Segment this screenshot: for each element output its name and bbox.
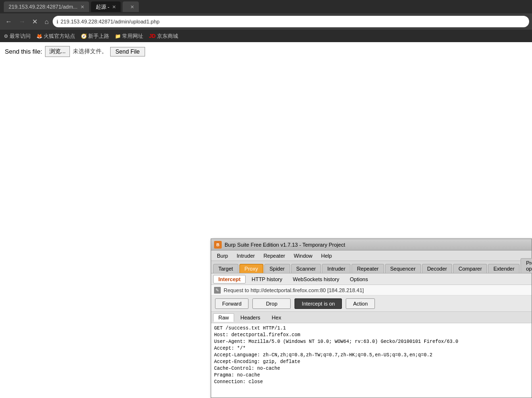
tab-comparer[interactable]: Comparer	[453, 264, 487, 273]
pencil-icon: ✎	[214, 287, 221, 294]
browser-tab-3[interactable]: ✕	[123, 1, 139, 12]
bookmark-label-1: 最常访问	[10, 33, 31, 40]
menu-intruder[interactable]: Intruder	[233, 252, 259, 260]
tab-decoder[interactable]: Decoder	[422, 264, 453, 273]
tab-project-options[interactable]: Project options	[521, 258, 532, 273]
folder-icon: 📁	[115, 34, 121, 39]
bookmark-label-3: 新手上路	[88, 33, 109, 40]
http-content: GET /success.txt HTTP/1.1 Host: detectpo…	[211, 323, 532, 398]
page-content: Send this file: 浏览... 未选择文件。 Send File	[0, 42, 532, 241]
burp-menubar: Burp Intruder Repeater Window Help	[211, 250, 532, 261]
drop-button[interactable]: Drop	[252, 298, 291, 309]
tab-scanner[interactable]: Scanner	[291, 264, 321, 273]
request-info-bar: ✎ Request to http://detectportal.firefox…	[211, 285, 532, 296]
jd-icon: JD	[149, 33, 156, 39]
bookmark-common-sites[interactable]: 📁 常用网址	[115, 33, 143, 40]
menu-repeater[interactable]: Repeater	[260, 252, 289, 260]
address-bar[interactable]: ℹ 219.153.49.228:42871/admin/upload1.php	[53, 16, 529, 27]
compass-icon: 🧭	[81, 34, 87, 39]
bookmark-label-4: 常用网址	[122, 33, 143, 40]
home-button[interactable]: ⌂	[42, 17, 51, 26]
content-tabs: Raw Headers Hex	[211, 312, 532, 323]
tab-target[interactable]: Target	[213, 264, 238, 273]
tab-proxy[interactable]: Proxy	[239, 264, 263, 273]
tab-close-3[interactable]: ✕	[130, 4, 134, 10]
burp-suite-window: B Burp Suite Free Edition v1.7.13 - Temp…	[211, 239, 532, 398]
forward-button[interactable]: →	[16, 17, 28, 26]
bookmark-firefox-official[interactable]: 🦊 火狐官方站点	[36, 33, 75, 40]
bookmark-getting-started[interactable]: 🧭 新手上路	[81, 33, 109, 40]
burp-title: Burp Suite Free Edition v1.7.13 - Tempor…	[225, 242, 345, 248]
browser-titlebar: 219.153.49.228:42871/adm... ✕ 起源 - ✕ ✕	[0, 0, 532, 13]
tab-close-1[interactable]: ✕	[80, 4, 84, 10]
forward-button[interactable]: Forward	[215, 298, 249, 309]
request-url: Request to http://detectportal.firefox.c…	[224, 287, 364, 293]
firefox-icon: 🦊	[36, 34, 42, 39]
browser-tab-2[interactable]: 起源 - ✕	[91, 1, 121, 12]
browse-button[interactable]: 浏览...	[45, 46, 70, 57]
intercept-on-button[interactable]: Intercept is on	[294, 298, 342, 309]
send-file-label: Send this file:	[5, 48, 42, 55]
tab-extender[interactable]: Extender	[488, 264, 520, 273]
action-button[interactable]: Action	[346, 298, 375, 309]
menu-window[interactable]: Window	[290, 252, 316, 260]
burp-main-tabs: Target Proxy Spider Scanner Intruder Rep…	[211, 261, 532, 273]
tab-close-2[interactable]: ✕	[112, 4, 116, 10]
action-buttons-row: Forward Drop Intercept is on Action	[211, 296, 532, 312]
subtab-http-history[interactable]: HTTP history	[247, 275, 287, 283]
content-tab-hex[interactable]: Hex	[267, 313, 287, 322]
tab-intruder[interactable]: Intruder	[322, 264, 351, 273]
tab-repeater[interactable]: Repeater	[351, 264, 384, 273]
content-tab-raw[interactable]: Raw	[213, 313, 234, 322]
send-file-button[interactable]: Send File	[110, 47, 145, 57]
content-tab-headers[interactable]: Headers	[235, 313, 266, 322]
subtab-websockets-history[interactable]: WebSockets history	[288, 275, 344, 283]
tab-spider[interactable]: Spider	[264, 264, 290, 273]
tab-label-2: 起源 -	[96, 3, 110, 11]
tab-label-1: 219.153.49.228:42871/adm...	[9, 4, 78, 10]
lock-icon: ℹ	[57, 19, 58, 24]
bookmark-label-5: 京东商城	[157, 33, 178, 40]
burp-titlebar: B Burp Suite Free Edition v1.7.13 - Temp…	[211, 239, 532, 250]
bookmark-frequently-visited[interactable]: ⚙ 最常访问	[4, 33, 31, 40]
send-file-row: Send this file: 浏览... 未选择文件。 Send File	[5, 46, 527, 57]
burp-logo: B	[214, 241, 222, 249]
url-text: 219.153.49.228:42871/admin/upload1.php	[60, 19, 159, 24]
back-button[interactable]: ←	[3, 17, 14, 26]
browser-bookmarks: ⚙ 最常访问 🦊 火狐官方站点 🧭 新手上路 📁 常用网址 JD 京东商城	[0, 30, 532, 42]
no-file-text: 未选择文件。	[73, 47, 107, 56]
browser-navbar: ← → ✕ ⌂ ℹ 219.153.49.228:42871/admin/upl…	[0, 13, 532, 30]
bookmark-label-2: 火狐官方站点	[44, 33, 75, 40]
burp-sub-tabs: Intercept HTTP history WebSockets histor…	[211, 273, 532, 285]
stop-button[interactable]: ✕	[30, 17, 40, 26]
tab-sequencer[interactable]: Sequencer	[385, 264, 421, 273]
bookmark-jd[interactable]: JD 京东商城	[149, 33, 178, 40]
menu-help[interactable]: Help	[317, 252, 336, 260]
subtab-intercept[interactable]: Intercept	[213, 275, 246, 284]
browser-tab-1[interactable]: 219.153.49.228:42871/adm... ✕	[4, 1, 89, 12]
gear-icon: ⚙	[4, 34, 8, 39]
menu-burp[interactable]: Burp	[213, 252, 232, 260]
subtab-options[interactable]: Options	[345, 275, 373, 283]
